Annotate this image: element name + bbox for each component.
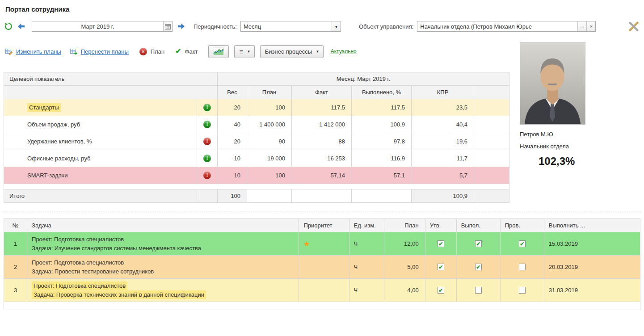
task-number: 3	[4, 279, 27, 302]
task-plan: 12,00	[384, 232, 425, 256]
business-processes-label: Бизнес-процессы	[265, 48, 312, 55]
approved-checkbox[interactable]: ✔	[438, 240, 444, 247]
kpi-kpr: 11,7	[412, 150, 474, 167]
task-plan: 4,00	[384, 279, 425, 302]
completed-checkbox[interactable]: ✔	[475, 264, 482, 270]
kpi-row[interactable]: Стандарты ! 20 100 117,5 117,5 23,5	[4, 99, 509, 116]
kpi-total-kpr: 100,9	[412, 189, 474, 203]
list-menu-button[interactable]: ≡ ▾	[234, 45, 254, 58]
verified-checkbox[interactable]: ✔	[519, 287, 526, 294]
transfer-plans-link[interactable]: Перенести планы	[81, 48, 129, 55]
task-name: Задача: Провести тестирование сотруднико…	[32, 268, 154, 275]
period-toolbar: Март 2019 г. Периодичность: Месяц ▾ Объе…	[4, 20, 640, 33]
chart-icon	[213, 47, 224, 55]
section-divider	[3, 211, 641, 211]
kpi-spacer-row	[4, 184, 509, 189]
kpi-name: Удержание клиентов, %	[27, 138, 92, 145]
business-processes-button[interactable]: Бизнес-процессы ▾	[260, 45, 324, 58]
employee-name: Петров М.Ю.	[520, 131, 623, 138]
tasks-header-completed: Выпол.	[456, 219, 500, 232]
period-value: Март 2019 г.	[32, 23, 163, 30]
kpi-header-done: Выполнено, %	[352, 86, 412, 99]
kpi-row[interactable]: Офисные расходы, руб ! 10 19 000 16 253 …	[4, 150, 509, 167]
priority-star-icon: ★	[303, 240, 309, 248]
kpi-filler-cell	[474, 150, 509, 167]
kpi-weight: 20	[218, 99, 247, 116]
previous-period-icon[interactable]	[18, 23, 25, 29]
kpi-kpr: 5,7	[412, 167, 474, 184]
ellipsis-button[interactable]: ...	[577, 21, 586, 31]
fact-check-icon: ✔	[175, 48, 181, 55]
kpi-header-blank	[4, 86, 218, 99]
employee-panel: Петров М.Ю. Начальник отдела 102,3%	[520, 42, 623, 168]
kpi-row[interactable]: Объем продаж, руб ! 40 1 400 000 1 412 0…	[4, 116, 509, 133]
period-field[interactable]: Март 2019 г.	[32, 21, 173, 32]
settings-wrench-icon[interactable]	[628, 21, 640, 31]
task-deadline: 20.03.2019	[544, 256, 640, 279]
kpi-header-filler	[474, 86, 509, 99]
chart-button[interactable]	[208, 45, 229, 58]
periodicity-value: Месяц	[241, 23, 332, 30]
menu-icon: ≡	[239, 48, 243, 55]
task-deadline: 15.03.2019	[544, 232, 640, 256]
task-row[interactable]: 3 Проект: Подготовка специалистов Задача…	[4, 279, 640, 302]
kpi-header-row-2: Вес План Факт Выполнено, % КПР	[4, 86, 509, 99]
kpi-kpr: 19,6	[412, 133, 474, 150]
task-row[interactable]: 1 Проект: Подготовка специалистов Задача…	[4, 232, 640, 256]
calendar-icon[interactable]	[163, 21, 172, 31]
kpi-plan: 100	[247, 99, 292, 116]
tasks-table: № Задача Приоритет Ед. изм. План Утв. Вы…	[4, 218, 640, 310]
tasks-header-approved: Утв.	[425, 219, 456, 232]
kpi-done: 97,8	[352, 133, 412, 150]
task-name: Задача: Проверка технических знаний в да…	[32, 290, 206, 299]
edit-plans-link[interactable]: Изменить планы	[16, 48, 61, 55]
task-project: Проект: Подготовка специалистов	[32, 259, 124, 266]
tasks-section: № Задача Приоритет Ед. изм. План Утв. Вы…	[4, 218, 644, 310]
kpi-row[interactable]: SMART-задачи ! 10 100 57,14 57,1 5,7	[4, 167, 509, 184]
periodicity-select[interactable]: Месяц ▾	[240, 21, 341, 32]
kpi-total-weight: 100	[218, 189, 247, 203]
tasks-header-plan: План	[384, 219, 425, 232]
kpi-done: 57,1	[352, 167, 412, 184]
kpi-filler-cell	[474, 99, 509, 116]
task-name: Задача: Изучение стандартов системы мене…	[32, 245, 201, 252]
kpi-fact: 117,5	[292, 99, 352, 116]
plan-deviation-icon: ×	[139, 48, 147, 55]
task-number: 2	[4, 256, 27, 279]
status-icon: !	[203, 155, 211, 162]
kpi-done: 116,9	[352, 150, 412, 167]
kpi-total-label: Итого	[4, 189, 197, 203]
tasks-header-deadline: Выполнить ...	[544, 219, 640, 232]
task-row[interactable]: 2 Проект: Подготовка специалистов Задача…	[4, 256, 640, 279]
kpi-kpr: 40,4	[412, 116, 474, 133]
kpi-name: Объем продаж, руб	[27, 121, 80, 128]
kpi-header-kpr: КПР	[412, 86, 474, 99]
management-object-field[interactable]: Начальник отдела (Петров Михаил Юрье ...…	[417, 21, 596, 32]
status-icon: !	[203, 172, 211, 179]
completed-checkbox[interactable]: ✔	[475, 240, 482, 247]
task-unit: Ч	[349, 232, 384, 256]
kpi-name: Стандарты	[27, 103, 61, 112]
kpi-plan: 19 000	[247, 150, 292, 167]
verified-checkbox[interactable]: ✔	[519, 240, 526, 247]
clear-icon[interactable]: ×	[586, 21, 595, 31]
kpi-plan: 90	[247, 133, 292, 150]
kpi-name: Офисные расходы, руб	[27, 155, 91, 162]
kpi-weight: 10	[218, 150, 247, 167]
chevron-down-icon[interactable]: ▾	[332, 21, 341, 31]
task-number: 1	[4, 232, 27, 256]
tasks-header-row: № Задача Приоритет Ед. изм. План Утв. Вы…	[4, 219, 640, 232]
completed-checkbox[interactable]: ✔	[475, 287, 482, 294]
approved-checkbox[interactable]: ✔	[438, 264, 444, 270]
edit-plans-icon	[5, 48, 13, 55]
kpi-row[interactable]: Удержание клиентов, % ! 20 90 88 97,8 19…	[4, 133, 509, 150]
refresh-icon[interactable]	[4, 22, 13, 30]
next-period-icon[interactable]	[178, 23, 185, 29]
kpi-header-target: Целевой показатель	[4, 72, 218, 86]
transfer-plans-icon	[70, 48, 77, 55]
tasks-header-number: №	[4, 219, 27, 232]
approved-checkbox[interactable]: ✔	[438, 287, 444, 294]
employee-photo	[520, 42, 585, 125]
actual-link[interactable]: Актуально	[331, 48, 357, 55]
verified-checkbox[interactable]: ✔	[519, 264, 526, 270]
